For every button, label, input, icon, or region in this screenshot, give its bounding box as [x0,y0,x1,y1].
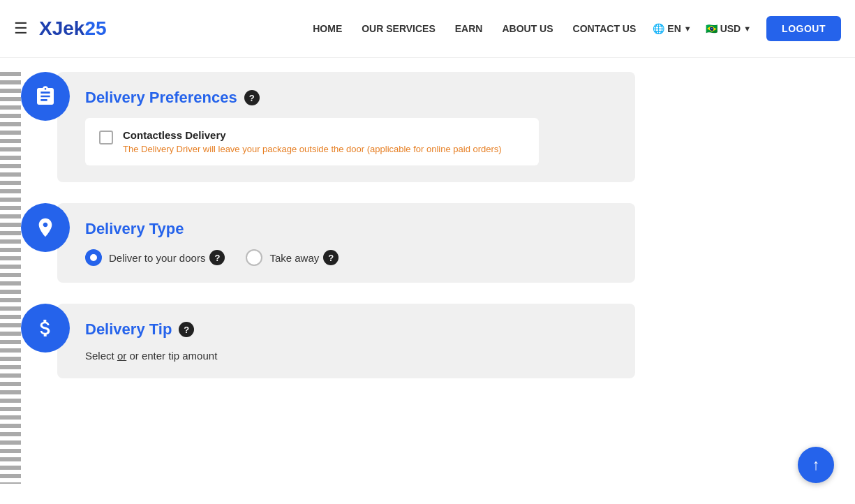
nav-earn[interactable]: EARN [447,0,491,58]
delivery-tip-title: Delivery Tip ? [85,320,614,339]
money-hand-icon [21,304,70,353]
take-away-label-text: Take away [269,252,319,264]
delivery-preferences-section: Delivery Preferences ? Contactless Deliv… [21,72,635,182]
scroll-to-top-button[interactable]: ↑ [798,447,834,483]
contactless-delivery-card: Contactless Delivery The Delivery Driver… [85,118,539,165]
money-hand-svg [34,317,57,339]
language-selector[interactable]: 🌐 EN ▼ [647,0,697,58]
logout-button[interactable]: LOGOUT [766,16,841,41]
logo-25: 25 [84,17,106,40]
deliver-to-doors-help-icon[interactable]: ? [209,250,225,265]
logo-xjek: XJek [39,17,84,40]
navbar-right: HOME OUR SERVICES EARN ABOUT US CONTACT … [304,0,841,58]
deliver-to-doors-label: Deliver to your doors ? [109,250,225,265]
tip-enter-text: or enter tip amount [129,350,217,362]
dashed-line-inner [0,72,21,484]
currency-code: USD [720,23,741,34]
lang-chevron-icon: ▼ [684,24,692,33]
delivery-tip-body: Delivery Tip ? Select or or enter tip am… [57,304,635,378]
delivery-type-body: Delivery Type Deliver to your doors ? Ta… [57,203,635,283]
delivery-tip-section: Delivery Tip ? Select or or enter tip am… [21,304,635,378]
lang-code: EN [667,23,681,34]
contactless-delivery-info: Contactless Delivery The Delivery Driver… [123,129,502,154]
delivery-tip-title-text: Delivery Tip [85,320,172,339]
clipboard-svg [34,85,57,108]
delivery-type-radio-group: Deliver to your doors ? Take away ? [85,249,614,266]
delivery-type-section: Delivery Type Deliver to your doors ? Ta… [21,203,635,283]
deliver-to-doors-option[interactable]: Deliver to your doors ? [85,249,225,266]
dashed-timeline [0,65,21,484]
sections-container: Delivery Preferences ? Contactless Deliv… [21,65,649,484]
nav-about-us[interactable]: ABOUT US [493,0,561,58]
delivery-tip-help-icon[interactable]: ? [179,322,194,337]
currency-selector[interactable]: 🇧🇷 USD ▼ [700,0,757,58]
nav-contact-us[interactable]: CONTACT US [565,0,645,58]
contactless-delivery-desc: The Delivery Driver will leave your pack… [123,144,502,154]
tip-select-text: Select [85,350,114,362]
delivery-type-title: Delivery Type [85,220,614,238]
delivery-preferences-title: Delivery Preferences ? [85,89,614,107]
deliver-to-doors-radio[interactable] [85,249,102,266]
chevron-up-icon: ↑ [812,456,820,474]
navbar: ☰ XJek25 HOME OUR SERVICES EARN ABOUT US… [0,0,855,58]
globe-icon: 🌐 [653,23,664,34]
tip-or-text: or [117,350,126,362]
nav-our-services[interactable]: OUR SERVICES [353,0,444,58]
contactless-delivery-label: Contactless Delivery [123,129,502,141]
delivery-preferences-body: Delivery Preferences ? Contactless Deliv… [57,72,635,182]
currency-chevron-icon: ▼ [743,24,751,33]
nav-home[interactable]: HOME [304,0,350,58]
navbar-left: ☰ XJek25 [14,17,107,40]
take-away-radio[interactable] [246,249,262,266]
currency-flag-icon: 🇧🇷 [706,23,718,34]
clipboard-icon [21,72,70,121]
main-content: Delivery Preferences ? Contactless Deliv… [0,58,855,491]
take-away-option[interactable]: Take away ? [246,249,339,266]
hamburger-icon[interactable]: ☰ [14,20,28,38]
delivery-tip-desc: Select or or enter tip amount [85,350,614,362]
delivery-preferences-title-text: Delivery Preferences [85,89,237,107]
delivery-preferences-help-icon[interactable]: ? [244,90,260,105]
deliver-to-doors-label-text: Deliver to your doors [109,252,205,264]
location-svg [34,216,57,239]
take-away-label: Take away ? [269,250,339,265]
logo[interactable]: XJek25 [39,17,107,40]
location-pin-icon [21,203,70,252]
delivery-type-title-text: Delivery Type [85,220,184,238]
contactless-delivery-checkbox[interactable] [99,131,113,144]
take-away-help-icon[interactable]: ? [323,250,339,265]
